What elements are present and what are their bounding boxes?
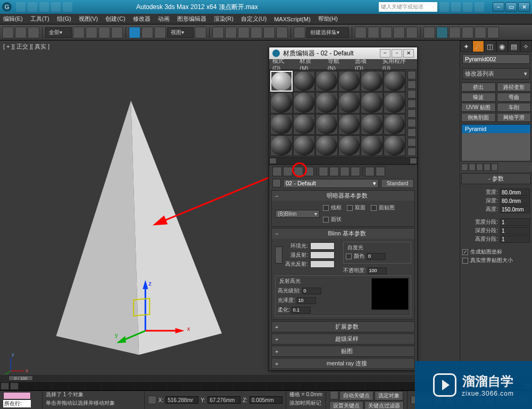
coord-y-input[interactable]: 67.276mm (207, 396, 240, 404)
selfillum-spinner[interactable]: 0 (367, 253, 386, 260)
utilities-tab-icon[interactable]: ✧ (520, 40, 533, 52)
depth-spinner[interactable]: 80.0mm (500, 197, 530, 204)
2sided-checkbox[interactable] (347, 205, 353, 211)
key-filters-button[interactable]: 关键点过滤器 (364, 401, 404, 409)
menu-rendering[interactable]: 渲染(R) (214, 15, 234, 23)
width-spinner[interactable]: 80.0mm (500, 189, 530, 196)
select-move-icon[interactable] (129, 27, 140, 38)
remove-modifier-icon[interactable] (484, 163, 491, 171)
material-name-dropdown[interactable]: 02 - Default▾ (283, 179, 379, 188)
set-key-icon[interactable] (330, 391, 338, 399)
redo-icon[interactable] (15, 27, 27, 38)
display-tab-icon[interactable]: ▤ (508, 40, 520, 52)
spinner-snap-icon[interactable] (276, 27, 288, 38)
qa-more-icon[interactable] (63, 2, 72, 12)
selection-filter-dropdown[interactable]: 全部 ▾ (45, 27, 72, 38)
mat-slot[interactable] (315, 135, 338, 156)
mat-slot[interactable] (384, 92, 406, 113)
minimize-button[interactable]: − (493, 2, 504, 12)
curve-editor-icon[interactable] (393, 27, 405, 38)
rollout-shader-basic[interactable]: 明暗器基本参数 (272, 191, 414, 201)
diffuse-swatch[interactable] (310, 251, 335, 259)
gloss-spinner[interactable]: 10 (297, 297, 316, 304)
edit-selection-set-icon[interactable] (294, 27, 305, 38)
mat-menu-utilities[interactable]: 实用程序(U) (383, 57, 414, 71)
trackbar-btn1-icon[interactable] (1, 382, 9, 390)
menu-animation[interactable]: 动画 (158, 15, 170, 23)
wire-checkbox[interactable] (323, 205, 329, 211)
align-icon[interactable] (368, 27, 379, 38)
opacity-spinner[interactable]: 100 (368, 267, 387, 274)
mod-btn-bend[interactable]: 弯曲 (497, 93, 531, 102)
rollout-parameters[interactable]: - 参数 (461, 173, 531, 184)
go-forward-icon[interactable] (376, 167, 385, 176)
percent-snap-icon[interactable] (263, 27, 275, 38)
background-icon[interactable] (408, 90, 416, 99)
faceted-checkbox[interactable] (323, 217, 329, 223)
mirror-icon[interactable] (355, 27, 367, 38)
help-icon[interactable] (475, 2, 484, 12)
infocenter-icon[interactable] (451, 2, 461, 12)
menu-help[interactable]: 帮助(H) (318, 15, 338, 23)
depth-seg-spinner[interactable]: 1 (500, 227, 530, 234)
options-icon[interactable] (408, 128, 416, 137)
search-icon[interactable] (439, 2, 449, 12)
mat-slot[interactable] (315, 92, 338, 113)
stack-item-pyramid[interactable]: Pyramid (462, 125, 530, 133)
coord-z-input[interactable]: 0.005mm (250, 396, 282, 404)
maxscript-mini-listener[interactable] (3, 392, 31, 399)
rollout-maps[interactable]: 贴图 (272, 346, 414, 356)
ref-coords-dropdown[interactable]: 视图 ▾ (167, 27, 194, 38)
mat-slot[interactable] (384, 135, 406, 156)
mat-slot[interactable] (361, 114, 383, 135)
mod-btn-meshsmooth[interactable]: 网格平滑 (497, 113, 531, 122)
rollout-blinn-basic[interactable]: Blinn 基本参数 (272, 228, 414, 239)
help-search-input[interactable]: 键入关键字或短语 (379, 2, 437, 12)
menu-customize[interactable]: 自定义(U) (241, 15, 267, 23)
mat-menu-navigate[interactable]: 导航(N) (328, 57, 347, 71)
mat-slot[interactable] (384, 114, 406, 135)
teapot-icon[interactable] (475, 27, 486, 38)
coord-x-input[interactable]: 516.288mr (165, 396, 198, 404)
height-seg-spinner[interactable]: 1 (500, 235, 530, 243)
make-preview-icon[interactable] (408, 119, 416, 127)
mat-slot[interactable] (293, 71, 315, 92)
scroll-right-icon[interactable] (410, 158, 417, 164)
close-button[interactable]: ✕ (518, 2, 530, 12)
sample-type-icon[interactable] (408, 71, 416, 79)
window-crossing-icon[interactable] (111, 27, 123, 38)
modify-tab-icon[interactable]: ☄ (472, 40, 485, 52)
keyboard-shortcut-icon[interactable] (225, 27, 237, 38)
teapot2-icon[interactable] (487, 27, 499, 38)
ambient-diffuse-lock-icon[interactable] (275, 247, 282, 264)
rollout-mentalray[interactable]: mental ray 连接 (272, 358, 414, 369)
ambient-swatch[interactable] (310, 242, 335, 250)
menu-grapheditors[interactable]: 图形编辑器 (177, 15, 206, 23)
rollout-extended[interactable]: 扩展参数 (272, 322, 414, 332)
mat-slot[interactable] (315, 71, 338, 92)
qa-undo-icon[interactable] (28, 2, 37, 12)
mat-slot[interactable] (361, 92, 383, 113)
specular-swatch[interactable] (310, 260, 335, 268)
assign-to-selection-icon[interactable] (294, 167, 303, 176)
menu-views[interactable]: 视图(V) (79, 15, 98, 23)
hierarchy-tab-icon[interactable]: ◫ (484, 40, 496, 52)
height-spinner[interactable]: 150.0mm (500, 206, 530, 213)
get-material-icon[interactable] (272, 167, 282, 176)
scroll-left-icon[interactable] (269, 158, 277, 164)
mat-menu-options[interactable]: 选项(O) (355, 57, 375, 71)
material-type-button[interactable]: Standard (381, 179, 414, 188)
mod-btn-lathe[interactable]: 车削 (497, 103, 531, 112)
mat-slot[interactable] (338, 135, 361, 156)
mat-slot[interactable] (270, 92, 293, 113)
selection-set-button[interactable]: 选定对象 (375, 391, 403, 400)
qa-open-icon[interactable] (51, 2, 61, 12)
select-region-icon[interactable] (98, 27, 110, 38)
rendered-frame-icon[interactable] (449, 27, 461, 38)
mat-slot[interactable] (315, 114, 338, 135)
mat-minimize-button[interactable]: − (380, 49, 390, 58)
mat-slot[interactable] (293, 114, 315, 135)
menu-edit[interactable]: 编辑(E) (3, 15, 23, 23)
gen-mapcoords-checkbox[interactable]: ✓ (462, 249, 468, 255)
show-map-icon[interactable] (340, 167, 350, 176)
